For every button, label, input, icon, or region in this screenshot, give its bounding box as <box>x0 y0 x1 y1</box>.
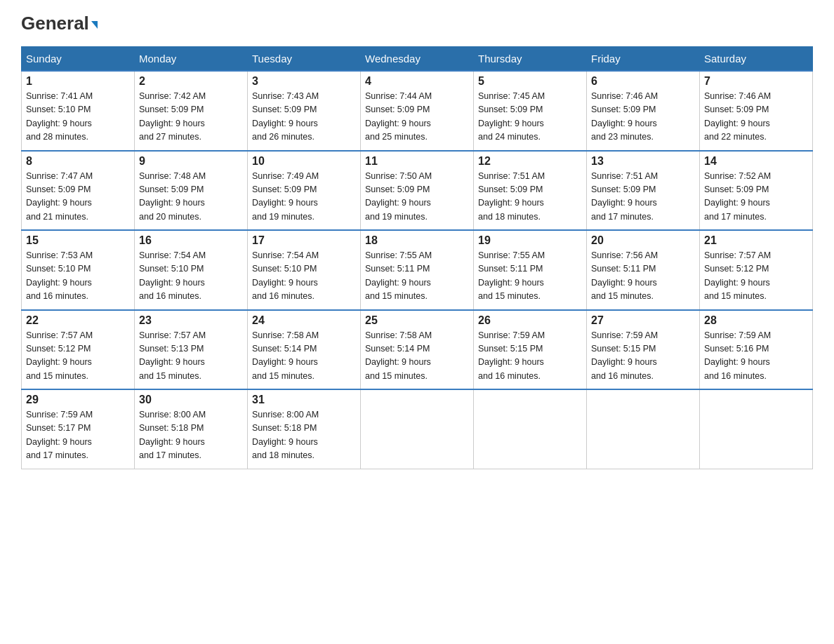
calendar-cell: 6Sunrise: 7:46 AMSunset: 5:09 PMDaylight… <box>587 71 700 151</box>
day-info: Sunrise: 7:51 AMSunset: 5:09 PMDaylight:… <box>478 171 545 222</box>
day-number: 9 <box>139 155 243 168</box>
day-number: 25 <box>365 314 469 327</box>
day-number: 12 <box>478 155 582 168</box>
day-number: 14 <box>704 155 808 168</box>
calendar-cell: 25Sunrise: 7:58 AMSunset: 5:14 PMDayligh… <box>361 310 474 390</box>
day-number: 20 <box>591 234 695 247</box>
col-header-thursday: Thursday <box>474 47 587 72</box>
calendar-cell: 12Sunrise: 7:51 AMSunset: 5:09 PMDayligh… <box>474 151 587 231</box>
col-header-wednesday: Wednesday <box>361 47 474 72</box>
day-info: Sunrise: 7:55 AMSunset: 5:11 PMDaylight:… <box>365 250 432 301</box>
day-number: 17 <box>252 234 356 247</box>
day-number: 8 <box>26 155 130 168</box>
day-number: 13 <box>591 155 695 168</box>
day-info: Sunrise: 7:41 AMSunset: 5:10 PMDaylight:… <box>26 91 93 142</box>
day-number: 21 <box>704 234 808 247</box>
day-number: 24 <box>252 314 356 327</box>
day-info: Sunrise: 7:58 AMSunset: 5:14 PMDaylight:… <box>252 330 319 381</box>
day-info: Sunrise: 7:49 AMSunset: 5:09 PMDaylight:… <box>252 171 319 222</box>
day-info: Sunrise: 7:51 AMSunset: 5:09 PMDaylight:… <box>591 171 658 222</box>
day-number: 23 <box>139 314 243 327</box>
day-info: Sunrise: 7:59 AMSunset: 5:16 PMDaylight:… <box>704 330 771 381</box>
col-header-saturday: Saturday <box>700 47 813 72</box>
logo-text-line1: General <box>21 14 98 32</box>
day-info: Sunrise: 7:59 AMSunset: 5:17 PMDaylight:… <box>26 410 93 460</box>
day-info: Sunrise: 7:54 AMSunset: 5:10 PMDaylight:… <box>139 250 206 301</box>
calendar-cell: 10Sunrise: 7:49 AMSunset: 5:09 PMDayligh… <box>248 151 361 231</box>
day-info: Sunrise: 7:54 AMSunset: 5:10 PMDaylight:… <box>252 250 319 301</box>
calendar-cell: 27Sunrise: 7:59 AMSunset: 5:15 PMDayligh… <box>587 310 700 390</box>
day-number: 31 <box>252 394 356 406</box>
calendar-cell: 3Sunrise: 7:43 AMSunset: 5:09 PMDaylight… <box>248 71 361 151</box>
day-info: Sunrise: 7:50 AMSunset: 5:09 PMDaylight:… <box>365 171 432 222</box>
day-info: Sunrise: 7:58 AMSunset: 5:14 PMDaylight:… <box>365 330 432 381</box>
day-info: Sunrise: 7:42 AMSunset: 5:09 PMDaylight:… <box>139 91 206 142</box>
day-number: 30 <box>139 394 243 406</box>
day-number: 11 <box>365 155 469 168</box>
day-number: 18 <box>365 234 469 247</box>
day-number: 19 <box>478 234 582 247</box>
day-info: Sunrise: 7:57 AMSunset: 5:12 PMDaylight:… <box>704 250 771 301</box>
day-info: Sunrise: 7:44 AMSunset: 5:09 PMDaylight:… <box>365 91 432 142</box>
calendar-cell: 14Sunrise: 7:52 AMSunset: 5:09 PMDayligh… <box>700 151 813 231</box>
calendar-cell: 26Sunrise: 7:59 AMSunset: 5:15 PMDayligh… <box>474 310 587 390</box>
day-number: 4 <box>365 75 469 88</box>
calendar-cell: 28Sunrise: 7:59 AMSunset: 5:16 PMDayligh… <box>700 310 813 390</box>
day-number: 7 <box>704 75 808 88</box>
day-info: Sunrise: 7:56 AMSunset: 5:11 PMDaylight:… <box>591 250 658 301</box>
day-number: 1 <box>26 75 130 88</box>
col-header-friday: Friday <box>587 47 700 72</box>
col-header-sunday: Sunday <box>22 47 135 72</box>
calendar-cell: 30Sunrise: 8:00 AMSunset: 5:18 PMDayligh… <box>135 389 248 469</box>
day-number: 3 <box>252 75 356 88</box>
calendar-cell: 21Sunrise: 7:57 AMSunset: 5:12 PMDayligh… <box>700 230 813 310</box>
col-header-monday: Monday <box>135 47 248 72</box>
day-info: Sunrise: 7:46 AMSunset: 5:09 PMDaylight:… <box>704 91 771 142</box>
day-number: 26 <box>478 314 582 327</box>
calendar-cell: 5Sunrise: 7:45 AMSunset: 5:09 PMDaylight… <box>474 71 587 151</box>
day-info: Sunrise: 8:00 AMSunset: 5:18 PMDaylight:… <box>139 410 206 460</box>
day-number: 10 <box>252 155 356 168</box>
calendar-header-row: SundayMondayTuesdayWednesdayThursdayFrid… <box>22 47 813 72</box>
week-row-2: 8Sunrise: 7:47 AMSunset: 5:09 PMDaylight… <box>22 151 813 231</box>
day-number: 6 <box>591 75 695 88</box>
calendar-cell: 22Sunrise: 7:57 AMSunset: 5:12 PMDayligh… <box>22 310 135 390</box>
day-info: Sunrise: 7:57 AMSunset: 5:12 PMDaylight:… <box>26 330 93 381</box>
calendar-cell: 4Sunrise: 7:44 AMSunset: 5:09 PMDaylight… <box>361 71 474 151</box>
week-row-5: 29Sunrise: 7:59 AMSunset: 5:17 PMDayligh… <box>22 389 813 469</box>
day-info: Sunrise: 7:47 AMSunset: 5:09 PMDaylight:… <box>26 171 93 222</box>
day-info: Sunrise: 7:59 AMSunset: 5:15 PMDaylight:… <box>478 330 545 381</box>
day-info: Sunrise: 8:00 AMSunset: 5:18 PMDaylight:… <box>252 410 319 460</box>
day-number: 15 <box>26 234 130 247</box>
page-header: General <box>21 14 813 32</box>
calendar-cell: 9Sunrise: 7:48 AMSunset: 5:09 PMDaylight… <box>135 151 248 231</box>
day-info: Sunrise: 7:48 AMSunset: 5:09 PMDaylight:… <box>139 171 206 222</box>
calendar-cell <box>474 389 587 469</box>
day-info: Sunrise: 7:53 AMSunset: 5:10 PMDaylight:… <box>26 250 93 301</box>
day-info: Sunrise: 7:59 AMSunset: 5:15 PMDaylight:… <box>591 330 658 381</box>
calendar-cell: 13Sunrise: 7:51 AMSunset: 5:09 PMDayligh… <box>587 151 700 231</box>
calendar-cell: 11Sunrise: 7:50 AMSunset: 5:09 PMDayligh… <box>361 151 474 231</box>
day-number: 16 <box>139 234 243 247</box>
calendar-cell: 29Sunrise: 7:59 AMSunset: 5:17 PMDayligh… <box>22 389 135 469</box>
calendar-cell: 2Sunrise: 7:42 AMSunset: 5:09 PMDaylight… <box>135 71 248 151</box>
col-header-tuesday: Tuesday <box>248 47 361 72</box>
calendar-cell <box>361 389 474 469</box>
day-info: Sunrise: 7:55 AMSunset: 5:11 PMDaylight:… <box>478 250 545 301</box>
calendar-cell <box>587 389 700 469</box>
week-row-4: 22Sunrise: 7:57 AMSunset: 5:12 PMDayligh… <box>22 310 813 390</box>
day-number: 27 <box>591 314 695 327</box>
day-number: 28 <box>704 314 808 327</box>
day-number: 29 <box>26 394 130 406</box>
day-info: Sunrise: 7:57 AMSunset: 5:13 PMDaylight:… <box>139 330 206 381</box>
calendar-cell: 20Sunrise: 7:56 AMSunset: 5:11 PMDayligh… <box>587 230 700 310</box>
day-number: 2 <box>139 75 243 88</box>
calendar-cell: 1Sunrise: 7:41 AMSunset: 5:10 PMDaylight… <box>22 71 135 151</box>
week-row-1: 1Sunrise: 7:41 AMSunset: 5:10 PMDaylight… <box>22 71 813 151</box>
calendar-cell: 24Sunrise: 7:58 AMSunset: 5:14 PMDayligh… <box>248 310 361 390</box>
day-info: Sunrise: 7:46 AMSunset: 5:09 PMDaylight:… <box>591 91 658 142</box>
calendar-cell: 8Sunrise: 7:47 AMSunset: 5:09 PMDaylight… <box>22 151 135 231</box>
calendar-cell: 19Sunrise: 7:55 AMSunset: 5:11 PMDayligh… <box>474 230 587 310</box>
day-info: Sunrise: 7:52 AMSunset: 5:09 PMDaylight:… <box>704 171 771 222</box>
calendar-cell: 16Sunrise: 7:54 AMSunset: 5:10 PMDayligh… <box>135 230 248 310</box>
